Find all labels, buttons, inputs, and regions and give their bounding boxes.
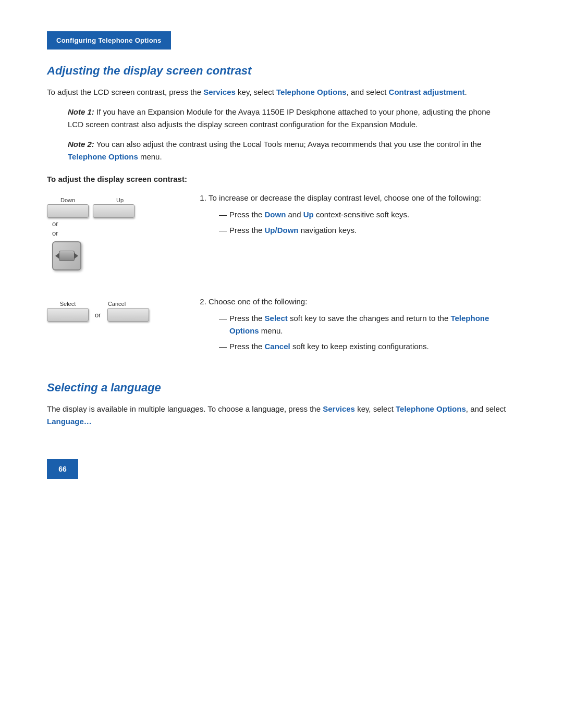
- section2: Selecting a language The display is avai…: [47, 381, 516, 428]
- steps-area-1: Down Up or or To increase or d: [47, 192, 516, 280]
- nav-right-arrow-icon: [74, 253, 78, 259]
- steps-content-2: Choose one of the following: Press the S…: [182, 295, 516, 360]
- steps-area-2: Select Cancel or Choose one of the follo…: [47, 295, 516, 360]
- note1-block: Note 1: If you have an Expansion Module …: [68, 106, 495, 131]
- cancel-softkey-btn[interactable]: [107, 308, 149, 322]
- page-number: 66: [58, 465, 67, 473]
- up-softkey-btn[interactable]: [93, 204, 134, 218]
- page-footer: 66: [47, 459, 516, 479]
- or-text-1: or: [52, 220, 141, 228]
- nav-btn-container: [52, 241, 141, 270]
- or-text-3: or: [95, 311, 101, 319]
- select-softkey-btn[interactable]: [47, 308, 89, 322]
- header-banner: Configuring Telephone Options: [47, 31, 171, 50]
- softkey-row-down-up: [47, 204, 141, 218]
- section2-title: Selecting a language: [47, 381, 516, 394]
- nav-btn-inner: [59, 251, 75, 261]
- nav-button[interactable]: [52, 241, 81, 270]
- bullet-3: Press the Select soft key to save the ch…: [219, 312, 516, 337]
- bullet-2: Press the Up/Down navigation keys.: [219, 224, 516, 237]
- subheading: To adjust the display screen contrast:: [47, 175, 516, 183]
- steps-images-2: Select Cancel or: [47, 295, 182, 360]
- step-1: To increase or decrease the display cont…: [209, 192, 516, 237]
- bullet-4: Press the Cancel soft key to keep existi…: [219, 340, 516, 353]
- banner-text: Configuring Telephone Options: [56, 36, 162, 44]
- section2-intro: The display is available in multiple lan…: [47, 403, 516, 428]
- step2-bullets: Press the Select soft key to save the ch…: [219, 312, 516, 353]
- select-key-label: Select: [47, 301, 89, 307]
- section1-intro: To adjust the LCD screen contrast, press…: [47, 86, 516, 98]
- step-2: Choose one of the following: Press the S…: [209, 295, 516, 353]
- section1-title: Adjusting the display screen contrast: [47, 64, 516, 78]
- up-key-label: Up: [99, 197, 141, 203]
- steps-content-1: To increase or decrease the display cont…: [182, 192, 516, 280]
- nav-left-arrow-icon: [55, 253, 59, 259]
- bullet-1: Press the Down and Up context-sensitive …: [219, 208, 516, 221]
- or-text-2: or: [52, 229, 141, 237]
- softkey-group-1: Down Up or or: [47, 197, 141, 270]
- softkey-group-2: Select Cancel or: [47, 301, 149, 322]
- step1-bullets: Press the Down and Up context-sensitive …: [219, 208, 516, 237]
- cancel-key-label: Cancel: [96, 301, 138, 307]
- down-softkey-btn[interactable]: [47, 204, 89, 218]
- page-number-box: 66: [47, 459, 78, 479]
- down-key-label: Down: [47, 197, 89, 203]
- note2-block: Note 2: You can also adjust the contrast…: [68, 138, 495, 163]
- steps-images-1: Down Up or or: [47, 192, 182, 280]
